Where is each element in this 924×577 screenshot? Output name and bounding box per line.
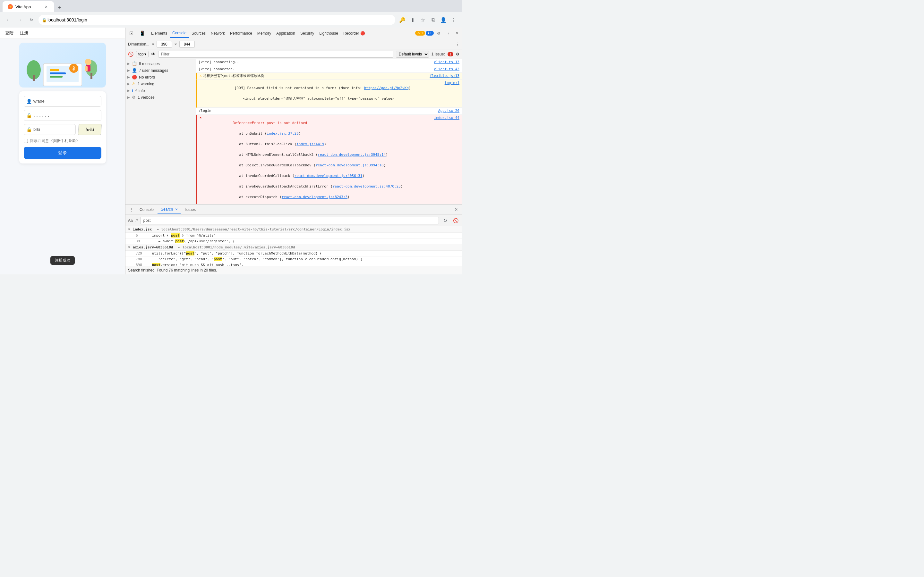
- inspect-element-button[interactable]: ⊡: [127, 29, 136, 38]
- new-tab-button[interactable]: +: [55, 3, 64, 12]
- console-filter-icon[interactable]: 🚫: [128, 52, 134, 57]
- dimension-label[interactable]: Dimension...: [128, 42, 150, 47]
- console-text-2: [vite] connected.: [199, 67, 434, 72]
- tab-lighthouse[interactable]: Lighthouse: [317, 29, 341, 38]
- dimension-dropdown-icon[interactable]: ▾: [152, 42, 154, 47]
- terms-checkbox[interactable]: [24, 139, 28, 143]
- tab-console[interactable]: Console: [170, 29, 189, 38]
- tab-close-button[interactable]: ×: [44, 4, 49, 9]
- more-devtools-button[interactable]: ⋮: [444, 29, 453, 38]
- share-button[interactable]: ⬆: [408, 15, 417, 24]
- address-bar-wrap: 🔒: [39, 15, 395, 25]
- tab-elements[interactable]: Elements: [149, 29, 170, 38]
- regex-toggle[interactable]: .*: [136, 218, 138, 223]
- console-source-2[interactable]: client.ts:43: [434, 67, 459, 72]
- result-file-axios[interactable]: ▼ axios.js?v=6836518d ← localhost:3001/n…: [126, 244, 462, 251]
- link-callback2[interactable]: react-dom.development.js:3945:14: [318, 153, 386, 157]
- result-line-6[interactable]: 6 import { post } from '@/utils': [126, 233, 462, 239]
- console-source-1[interactable]: client.ts:13: [434, 60, 459, 65]
- browser-tab-active[interactable]: ⚡ Vite App ×: [3, 1, 54, 12]
- line-text-6-before: import {: [152, 234, 171, 237]
- tab-favicon: ⚡: [8, 4, 13, 9]
- forward-button[interactable]: →: [15, 15, 24, 24]
- link-execute[interactable]: react-dom.development.js:8243:3: [282, 195, 347, 199]
- msg-group-all[interactable]: ▶ 📋 8 messages: [126, 60, 196, 67]
- search-input[interactable]: [141, 217, 439, 224]
- info-badge[interactable]: ℹ 1: [426, 31, 434, 35]
- settings-button[interactable]: ⚙: [435, 29, 443, 38]
- tab-recorder[interactable]: Recorder 🔴: [341, 29, 368, 38]
- search-tab-close[interactable]: ×: [175, 207, 178, 211]
- wp-header-link-login[interactable]: 登陆: [5, 30, 13, 36]
- webpage-panel: 登陆 注册: [0, 27, 125, 274]
- account-button[interactable]: 👤: [439, 15, 448, 24]
- bottom-tab-search[interactable]: Search ×: [158, 206, 181, 213]
- close-devtools-button[interactable]: ×: [453, 29, 461, 38]
- eye-button[interactable]: 👁: [151, 52, 156, 57]
- msg-group-info[interactable]: ▶ ℹ 6 info: [126, 87, 196, 94]
- link-invokeandcatch[interactable]: react-dom.development.js:4070:25: [333, 184, 401, 189]
- wp-illustration: ₿: [19, 43, 106, 87]
- reload-button[interactable]: ↻: [27, 15, 36, 24]
- width-input[interactable]: [157, 41, 172, 48]
- refresh-search-button[interactable]: ↻: [441, 217, 449, 224]
- device-toggle-button[interactable]: 📱: [137, 29, 148, 38]
- link-onsubmit[interactable]: index.jsx:37:26: [267, 131, 298, 135]
- tab-memory[interactable]: Memory: [255, 29, 274, 38]
- tab-application[interactable]: Application: [274, 29, 298, 38]
- warnings-badge[interactable]: ⚠ 1: [415, 31, 425, 35]
- result-line-898[interactable]: 898 postversion: "git push && git push -…: [126, 262, 462, 266]
- match-case-toggle[interactable]: Aa: [128, 218, 133, 223]
- more-button[interactable]: ⋮: [449, 15, 458, 24]
- issues-gear-icon[interactable]: ⚙: [456, 52, 459, 56]
- bottom-tab-console[interactable]: Console: [136, 206, 157, 213]
- result-line-780[interactable]: 780 ..."delete", "get", "head", "post", …: [126, 256, 462, 262]
- svg-rect-6: [50, 69, 59, 71]
- bottom-tab-more[interactable]: ⋮: [127, 205, 136, 214]
- result-line-39[interactable]: 39 ...= await post('/api/user/register',…: [126, 239, 462, 244]
- split-button[interactable]: ⧉: [429, 15, 438, 24]
- login-button[interactable]: 登录: [24, 147, 102, 159]
- address-input[interactable]: [39, 15, 395, 25]
- close-bottom-panel-button[interactable]: ×: [452, 205, 461, 214]
- console-line-error: ✖ ReferenceError: post is not defined at…: [196, 115, 462, 204]
- default-levels-select[interactable]: Default levels: [396, 51, 429, 58]
- back-button[interactable]: ←: [4, 15, 13, 24]
- height-input[interactable]: [179, 41, 195, 48]
- tab-network[interactable]: Network: [208, 29, 228, 38]
- browser-tabs-bar: ⚡ Vite App × +: [0, 0, 462, 12]
- dimension-more-button[interactable]: ⋮: [456, 42, 459, 47]
- password-icon[interactable]: 🔑: [398, 15, 407, 24]
- link-onclick[interactable]: index.js:44:9: [296, 142, 324, 146]
- result-line-729[interactable]: 729 utils.forEach(["post", "put", "patch…: [126, 251, 462, 256]
- star-button[interactable]: ☆: [418, 15, 427, 24]
- dom-link[interactable]: https://goo.gl/9p2vKq: [364, 86, 409, 90]
- console-source-login[interactable]: App.jsx:20: [438, 108, 459, 114]
- console-source-warning[interactable]: flexible.js:13: [430, 73, 459, 79]
- svg-rect-1: [33, 75, 35, 81]
- clear-search-button[interactable]: 🚫: [452, 217, 459, 224]
- msg-group-warnings[interactable]: ▶ ⚠ 1 warning: [126, 81, 196, 87]
- tab-security[interactable]: Security: [298, 29, 317, 38]
- bottom-tab-issues[interactable]: Issues: [181, 206, 199, 213]
- issues-badge[interactable]: 1: [447, 52, 453, 56]
- link-invokeguarded[interactable]: react-dom.development.js:4056:31: [294, 174, 363, 178]
- console-filter-input[interactable]: [158, 51, 393, 58]
- tab-title: Vite App: [15, 5, 31, 9]
- devtools-panel: ⊡ 📱 Elements Console Sources Network Per…: [125, 27, 462, 274]
- tab-sources[interactable]: Sources: [189, 29, 208, 38]
- console-source-error[interactable]: index.jsx:44: [434, 115, 459, 121]
- tab-performance[interactable]: Performance: [228, 29, 255, 38]
- wp-header-link-register[interactable]: 注册: [20, 30, 28, 36]
- msg-group-user[interactable]: ▶ 👤 7 user messages: [126, 67, 196, 74]
- msg-group-errors[interactable]: ▶ 🔴 No errors: [126, 74, 196, 81]
- error-icon-msg: 🔴: [132, 75, 137, 79]
- link-guarded[interactable]: react-dom.development.js:3994:16: [316, 163, 384, 167]
- msg-group-verbose[interactable]: ▶ ⚙ 1 verbose: [126, 94, 196, 101]
- filter-bar: 🚫 top ▾ 👁 Default levels 1 Issue: 1 ⚙: [126, 49, 462, 59]
- console-source-dom[interactable]: login:1: [445, 81, 459, 86]
- search-tab-label: Search: [161, 207, 173, 211]
- top-selector[interactable]: top ▾: [136, 51, 149, 57]
- console-line-dom-warning: [DOM] Password field is not contained in…: [196, 80, 462, 108]
- result-file-index[interactable]: ▼ index.jsx ← localhost:3001/Users/duals…: [126, 226, 462, 233]
